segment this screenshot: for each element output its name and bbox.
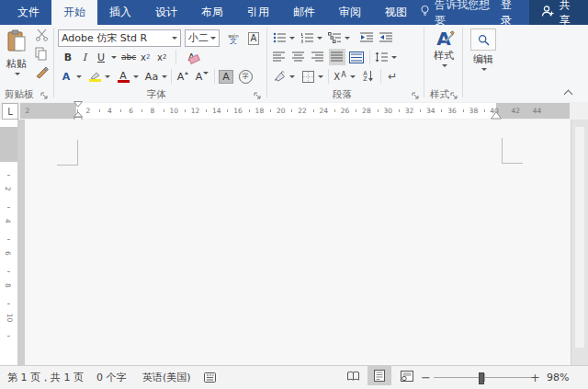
page-indicator[interactable]: 第 1 页，共 1 页: [7, 366, 84, 389]
horizontal-ruler[interactable]: 2246810121416182022242628303234363840424…: [20, 103, 570, 119]
zoom-in-button[interactable]: +: [530, 366, 540, 389]
justify-button[interactable]: [329, 49, 345, 65]
superscript-button[interactable]: x2: [153, 49, 170, 65]
zoom-level[interactable]: 98%: [547, 366, 569, 389]
bullets-button[interactable]: [271, 29, 288, 46]
line-spacing-dropdown[interactable]: [391, 56, 397, 59]
text-effects-button[interactable]: A: [58, 68, 74, 85]
increase-indent-button[interactable]: [378, 29, 394, 46]
distribute-button[interactable]: [348, 49, 365, 65]
numbering-dropdown[interactable]: [317, 37, 322, 40]
change-case-dropdown[interactable]: [162, 75, 167, 78]
strikethrough-button[interactable]: abc: [120, 49, 137, 65]
right-indent-marker[interactable]: [491, 111, 502, 120]
text-effects-dropdown[interactable]: [76, 75, 82, 78]
multilevel-list-button[interactable]: [326, 29, 343, 46]
web-layout-button[interactable]: [395, 366, 419, 385]
sign-in-link[interactable]: 登录: [501, 0, 521, 29]
decrease-indent-button[interactable]: [358, 29, 375, 46]
font-color-button[interactable]: A: [115, 68, 131, 85]
show-marks-button[interactable]: ↵: [384, 68, 401, 85]
share-button[interactable]: 共享: [529, 0, 588, 25]
cut-button[interactable]: [35, 29, 49, 44]
grow-font-button[interactable]: A: [175, 68, 191, 85]
styles-button[interactable]: A 样式: [428, 29, 459, 67]
align-left-button[interactable]: [271, 49, 288, 65]
zoom-center-notch: [484, 373, 485, 382]
tab-insert[interactable]: 插入: [97, 0, 143, 25]
asian-layout-button[interactable]: X A: [332, 68, 348, 85]
editing-dropdown[interactable]: [481, 68, 487, 71]
underline-button[interactable]: U: [93, 49, 109, 65]
tab-references[interactable]: 引用: [235, 0, 281, 25]
borders-dropdown[interactable]: [318, 75, 323, 78]
v-ruler-numbers: 246810: [0, 120, 17, 365]
word-count[interactable]: 0 个字: [96, 366, 127, 389]
font-dialog-launcher[interactable]: [254, 91, 262, 99]
clipboard-dialog-launcher[interactable]: [40, 91, 49, 99]
font-size-dropdown[interactable]: [210, 37, 216, 40]
input-mode-icon[interactable]: [204, 366, 216, 389]
titlebar-right: 告诉我您想要 登录 共享: [419, 0, 588, 25]
bold-button[interactable]: B: [60, 49, 76, 65]
line-spacing-button[interactable]: [373, 49, 390, 65]
tab-design[interactable]: 设计: [143, 0, 189, 25]
read-mode-button[interactable]: [341, 366, 365, 385]
character-shading-button[interactable]: A: [218, 68, 234, 85]
paragraph-dialog-launcher[interactable]: [412, 91, 420, 99]
tab-review[interactable]: 审阅: [327, 0, 373, 25]
phonetic-guide-button[interactable]: wén 文: [225, 30, 242, 47]
vertical-ruler[interactable]: 246810: [0, 120, 17, 365]
styles-dialog-launcher[interactable]: [450, 91, 458, 99]
tab-home[interactable]: 开始: [51, 0, 97, 25]
tab-layout[interactable]: 布局: [189, 0, 235, 25]
font-size-combo[interactable]: 小二: [185, 29, 220, 47]
asian-layout-dropdown[interactable]: [350, 75, 356, 78]
sort-button[interactable]: A Z: [360, 68, 377, 85]
language-indicator[interactable]: 英语(美国): [142, 366, 191, 389]
paste-button[interactable]: 粘贴: [6, 29, 28, 75]
shrink-font-button[interactable]: A: [194, 68, 210, 85]
enclose-characters-button[interactable]: 字: [237, 68, 254, 85]
font-name-combo[interactable]: Adobe 仿宋 Std R: [58, 29, 181, 47]
zoom-slider[interactable]: [434, 366, 537, 389]
font-name-dropdown[interactable]: [172, 37, 177, 40]
highlight-dropdown[interactable]: [105, 75, 110, 78]
vertical-scrollbar[interactable]: [571, 120, 588, 365]
clear-formatting-button[interactable]: A: [183, 49, 199, 65]
tab-view[interactable]: 视图: [373, 0, 419, 25]
align-right-button[interactable]: [310, 49, 326, 65]
tab-mailings[interactable]: 邮件: [281, 0, 327, 25]
paste-dropdown[interactable]: [15, 73, 20, 75]
copy-button[interactable]: [35, 47, 48, 63]
format-painter-icon: [35, 65, 49, 82]
format-painter-button[interactable]: [35, 65, 49, 82]
editing-button[interactable]: 编辑: [467, 29, 500, 71]
tell-me-box[interactable]: 告诉我您想要: [419, 0, 492, 29]
change-case-button[interactable]: Aa: [143, 68, 160, 85]
underline-dropdown[interactable]: [111, 56, 117, 59]
align-center-button[interactable]: [290, 49, 307, 65]
collapse-ribbon-chevron[interactable]: [564, 90, 573, 99]
zoom-thumb[interactable]: [479, 372, 484, 384]
font-color-dropdown[interactable]: [133, 75, 139, 78]
styles-dropdown[interactable]: [442, 64, 447, 67]
tab-file[interactable]: 文件: [6, 0, 51, 25]
bullets-dropdown[interactable]: [289, 37, 295, 40]
character-border-button[interactable]: A: [245, 30, 262, 47]
zoom-out-button[interactable]: −: [421, 366, 431, 389]
zoom-track: [434, 377, 537, 378]
tab-selector[interactable]: L: [2, 103, 18, 120]
shading-dropdown[interactable]: [289, 75, 295, 78]
multilevel-dropdown[interactable]: [345, 37, 350, 40]
text-highlight-button[interactable]: [86, 68, 103, 85]
print-layout-button[interactable]: [368, 366, 391, 385]
scrollbar-thumb[interactable]: [575, 127, 584, 348]
shading-button[interactable]: [271, 68, 288, 85]
italic-button[interactable]: I: [76, 49, 93, 65]
lightbulb-icon: [419, 5, 431, 20]
borders-button[interactable]: [300, 68, 316, 85]
subscript-button[interactable]: x2: [137, 49, 153, 65]
document-page[interactable]: [25, 120, 571, 365]
numbering-button[interactable]: [299, 29, 315, 46]
